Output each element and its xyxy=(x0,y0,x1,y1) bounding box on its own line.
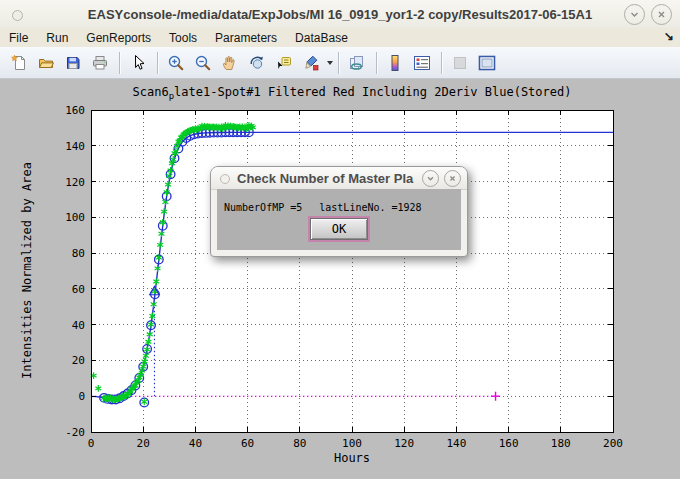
app-window: EASYconsole-/media/data/ExpJobs/MI 16_09… xyxy=(0,0,680,479)
y-tick-label: 60 xyxy=(72,283,85,296)
colorbar-button[interactable] xyxy=(382,50,408,76)
y-tick-label: -20 xyxy=(65,426,85,439)
ok-button[interactable]: OK xyxy=(310,218,368,240)
y-tick-label: 100 xyxy=(65,211,85,224)
x-axis-label: Hours xyxy=(91,451,613,465)
pan-icon xyxy=(221,54,239,72)
toolbar-separator xyxy=(338,52,339,74)
save-icon xyxy=(64,54,82,72)
x-tick-label: 60 xyxy=(241,437,254,450)
y-tick-label: 140 xyxy=(65,140,85,153)
close-button[interactable] xyxy=(651,4,672,25)
y-axis-label: Intensities Normalized by Area xyxy=(20,161,35,381)
x-tick-label: 140 xyxy=(446,437,466,450)
dialog-message-lastlineno: lastLineNo. =1928 xyxy=(319,202,421,213)
data-cursor-icon xyxy=(275,54,293,72)
x-tick-label: 100 xyxy=(342,437,362,450)
rotate-3d-button[interactable] xyxy=(244,50,270,76)
dialog-message: NumberOfMP =5lastLineNo. =1928 xyxy=(217,189,461,213)
check-master-plates-dialog: Check Number of Master Pla xyxy=(210,166,468,257)
menu-item-database[interactable]: DataBase xyxy=(286,30,357,46)
print-button[interactable] xyxy=(87,50,113,76)
legend-button[interactable] xyxy=(409,50,435,76)
plot-tools-on-icon xyxy=(478,54,496,72)
new-file-button[interactable] xyxy=(6,50,32,76)
x-tick-label: 160 xyxy=(499,437,519,450)
toolbar-separator xyxy=(119,52,120,74)
rotate-3d-icon xyxy=(248,54,266,72)
print-icon xyxy=(91,54,109,72)
y-tick-label: 0 xyxy=(78,390,85,403)
menu-item-genreports[interactable]: GenReports xyxy=(77,30,160,46)
figure-area: 020406080100120140160180200-200204060801… xyxy=(0,79,680,479)
brush-button[interactable] xyxy=(298,50,324,76)
dialog-close-button[interactable] xyxy=(444,170,461,187)
menu-item-parameters[interactable]: Parameters xyxy=(206,30,286,46)
zoom-out-icon xyxy=(194,54,212,72)
plot-title-pre: Scan6 xyxy=(133,85,169,99)
link-plot-button[interactable] xyxy=(344,50,370,76)
menubar: FileRunGenReportsToolsParametersDataBase… xyxy=(0,28,680,48)
dialog-title: Check Number of Master Pla xyxy=(211,171,422,186)
y-tick-label: 80 xyxy=(72,247,85,260)
zoom-in-icon xyxy=(167,54,185,72)
close-icon xyxy=(448,174,457,183)
pan-button[interactable] xyxy=(217,50,243,76)
x-tick-label: 120 xyxy=(394,437,414,450)
dialog-body: NumberOfMP =5lastLineNo. =1928 OK xyxy=(217,189,461,250)
zoom-out-button[interactable] xyxy=(190,50,216,76)
new-file-icon xyxy=(10,54,28,72)
plot-title: Scan6plate1-Spot#1 Filtered Red Includin… xyxy=(91,85,613,101)
x-tick-label: 200 xyxy=(603,437,623,450)
menu-item-run[interactable]: Run xyxy=(37,30,77,46)
chevron-down-icon xyxy=(426,174,435,183)
x-tick-label: 20 xyxy=(137,437,150,450)
y-tick-label: 20 xyxy=(72,354,85,367)
toolbar-separator xyxy=(157,52,158,74)
pointer-icon xyxy=(129,54,147,72)
chevron-down-icon xyxy=(629,9,640,20)
x-tick-label: 40 xyxy=(189,437,202,450)
colorbar-icon xyxy=(386,54,404,72)
toolbar-separator xyxy=(441,52,442,74)
legend-icon xyxy=(413,54,431,72)
x-tick-label: 180 xyxy=(551,437,571,450)
menu-overflow-arrow-icon[interactable]: ↘ xyxy=(664,29,674,43)
y-tick-label: 40 xyxy=(72,319,85,332)
dialog-message-numberofmp: NumberOfMP =5 xyxy=(224,202,302,213)
y-tick-label: 160 xyxy=(65,104,85,117)
brush-icon xyxy=(302,54,320,72)
link-plot-icon xyxy=(348,54,366,72)
x-tick-label: 80 xyxy=(293,437,306,450)
close-icon xyxy=(656,9,667,20)
data-cursor-button[interactable] xyxy=(271,50,297,76)
plot-tools-off-button xyxy=(447,50,473,76)
x-tick-label: 0 xyxy=(88,437,95,450)
dialog-menu-dot-icon xyxy=(220,174,230,184)
open-file-icon xyxy=(37,54,55,72)
dropdown-caret-icon[interactable] xyxy=(327,61,333,65)
plot-axes[interactable]: 020406080100120140160180200-200204060801… xyxy=(0,79,680,479)
toolbar-separator xyxy=(376,52,377,74)
menu-item-tools[interactable]: Tools xyxy=(160,30,206,46)
shade-button[interactable] xyxy=(624,4,645,25)
pointer-button[interactable] xyxy=(125,50,151,76)
window-title: EASYconsole-/media/data/ExpJobs/MI 16_09… xyxy=(0,7,680,22)
plot-title-post: late1-Spot#1 Filtered Red Including 2Der… xyxy=(174,85,571,99)
dialog-titlebar[interactable]: Check Number of Master Pla xyxy=(211,167,467,190)
window-titlebar[interactable]: EASYconsole-/media/data/ExpJobs/MI 16_09… xyxy=(0,0,680,29)
window-menu-dot-icon[interactable] xyxy=(12,10,23,21)
dialog-shade-button[interactable] xyxy=(422,170,439,187)
plot-tools-on-button[interactable] xyxy=(474,50,500,76)
toolbar xyxy=(0,47,680,79)
zoom-in-button[interactable] xyxy=(163,50,189,76)
save-button[interactable] xyxy=(60,50,86,76)
menu-item-file[interactable]: File xyxy=(0,30,37,46)
open-file-button[interactable] xyxy=(33,50,59,76)
y-tick-label: 120 xyxy=(65,176,85,189)
plot-tools-off-icon xyxy=(451,54,469,72)
